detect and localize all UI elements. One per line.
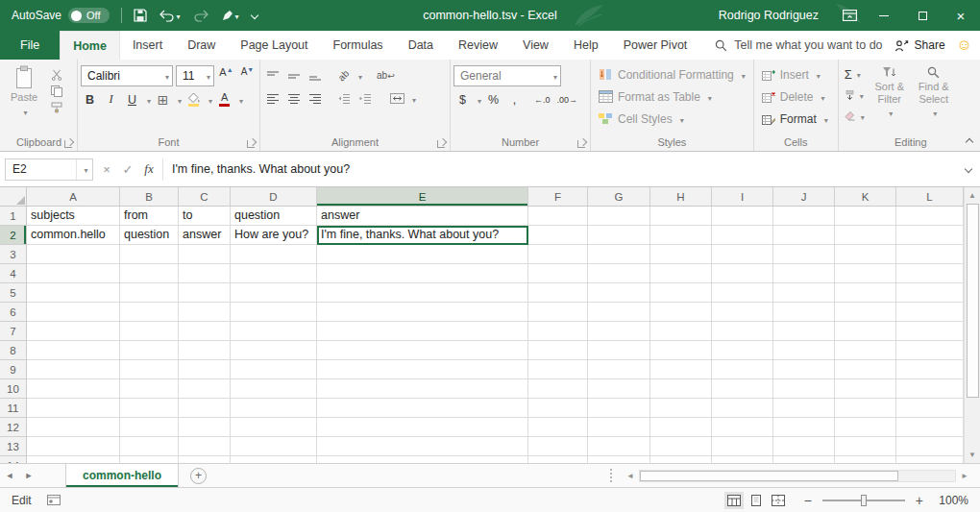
- currency-format-icon[interactable]: $: [453, 89, 472, 110]
- cell-I2[interactable]: [712, 226, 773, 245]
- font-name-select[interactable]: Calibri: [81, 65, 173, 86]
- cell-K9[interactable]: [835, 360, 896, 379]
- horizontal-scrollbar[interactable]: ◄ ►: [610, 464, 980, 487]
- save-icon[interactable]: [134, 9, 147, 22]
- sheet-tab-active[interactable]: common-hello: [65, 464, 179, 487]
- ribbon-display-options-icon[interactable]: [834, 10, 865, 21]
- cell-L4[interactable]: [896, 264, 964, 283]
- cell-C5[interactable]: [179, 283, 231, 303]
- cell-K5[interactable]: [835, 283, 896, 303]
- row-header-8[interactable]: 8: [0, 341, 27, 360]
- font-dialog-launcher-icon[interactable]: [247, 140, 255, 148]
- name-box[interactable]: E2: [5, 158, 93, 181]
- cell-D3[interactable]: [231, 245, 317, 264]
- tab-data[interactable]: Data: [396, 31, 446, 60]
- cell-G7[interactable]: [588, 322, 650, 341]
- cell-G14[interactable]: [588, 456, 650, 463]
- cell-G6[interactable]: [588, 303, 650, 322]
- cell-A4[interactable]: [27, 264, 120, 283]
- scroll-up-icon[interactable]: ▲: [968, 189, 976, 202]
- cell-J11[interactable]: [773, 399, 835, 418]
- customize-qat-chevron-icon[interactable]: [252, 12, 257, 18]
- cell-D9[interactable]: [231, 360, 317, 379]
- fill-color-dropdown-icon[interactable]: [206, 93, 212, 107]
- cell-L5[interactable]: [896, 283, 964, 303]
- formula-bar-expand-icon[interactable]: [959, 166, 978, 172]
- paste-dropdown-icon[interactable]: [20, 105, 27, 118]
- decrease-font-size-icon[interactable]: A▼: [238, 66, 257, 86]
- increase-decimal-icon[interactable]: ←.0: [532, 89, 552, 110]
- cell-D14[interactable]: [231, 456, 317, 463]
- tab-help[interactable]: Help: [561, 31, 611, 60]
- cell-D8[interactable]: [231, 341, 317, 360]
- cell-G9[interactable]: [588, 360, 650, 379]
- cell-D13[interactable]: [231, 437, 317, 456]
- cell-C4[interactable]: [179, 264, 231, 283]
- cell-G10[interactable]: [588, 379, 650, 399]
- cell-K12[interactable]: [835, 418, 896, 437]
- cell-F3[interactable]: [528, 245, 588, 264]
- tab-page-layout[interactable]: Page Layout: [228, 31, 320, 60]
- decrease-decimal-icon[interactable]: .00→: [555, 89, 580, 110]
- cell-C8[interactable]: [179, 341, 231, 360]
- cell-G2[interactable]: [588, 226, 650, 245]
- find-select-button[interactable]: Find & Select: [912, 62, 956, 135]
- cell-E9[interactable]: [317, 360, 528, 379]
- cell-L14[interactable]: [896, 456, 964, 463]
- cell-K11[interactable]: [835, 399, 896, 418]
- column-header-K[interactable]: K: [835, 187, 896, 207]
- cell-K14[interactable]: [835, 456, 896, 463]
- number-format-select[interactable]: General: [453, 65, 561, 86]
- format-cells-button[interactable]: Format: [757, 108, 835, 130]
- cell-C3[interactable]: [179, 245, 231, 264]
- cell-C13[interactable]: [179, 437, 231, 456]
- cell-H7[interactable]: [650, 322, 712, 341]
- row-header-9[interactable]: 9: [0, 360, 27, 379]
- cell-J1[interactable]: [773, 207, 835, 226]
- minimize-button[interactable]: [865, 0, 903, 31]
- cell-B9[interactable]: [120, 360, 179, 379]
- align-bottom-icon[interactable]: [306, 65, 324, 85]
- cell-H6[interactable]: [650, 303, 712, 322]
- cell-H11[interactable]: [650, 399, 712, 418]
- cell-F4[interactable]: [528, 264, 588, 283]
- cell-E4[interactable]: [317, 264, 528, 283]
- cell-J8[interactable]: [773, 341, 835, 360]
- cell-A5[interactable]: [27, 283, 120, 303]
- cell-K3[interactable]: [835, 245, 896, 264]
- scroll-right-icon[interactable]: ►: [957, 472, 972, 480]
- zoom-slider[interactable]: [822, 500, 905, 501]
- cell-H4[interactable]: [650, 264, 712, 283]
- format-painter-icon[interactable]: [51, 102, 62, 113]
- normal-view-icon[interactable]: [724, 492, 744, 509]
- format-as-table-button[interactable]: Format as Table: [594, 85, 750, 108]
- italic-button[interactable]: I: [102, 89, 120, 110]
- cell-I9[interactable]: [712, 360, 773, 379]
- share-button[interactable]: Share: [883, 31, 957, 60]
- cell-C14[interactable]: [179, 456, 231, 463]
- cell-H9[interactable]: [650, 360, 712, 379]
- cell-I7[interactable]: [712, 322, 773, 341]
- cell-C10[interactable]: [179, 379, 231, 399]
- cell-F1[interactable]: [528, 207, 588, 226]
- cell-G5[interactable]: [588, 283, 650, 303]
- increase-font-size-icon[interactable]: A▲: [217, 66, 235, 86]
- cell-A12[interactable]: [27, 418, 120, 437]
- cell-I14[interactable]: [712, 456, 773, 463]
- increase-indent-icon[interactable]: [355, 88, 374, 109]
- wrap-text-icon[interactable]: ab↩: [375, 65, 397, 85]
- cancel-entry-icon[interactable]: ×: [96, 162, 117, 177]
- cell-G11[interactable]: [588, 399, 650, 418]
- align-top-icon[interactable]: [263, 65, 282, 85]
- row-header-5[interactable]: 5: [0, 283, 27, 303]
- cell-B12[interactable]: [120, 418, 179, 437]
- cell-K6[interactable]: [835, 303, 896, 322]
- undo-icon[interactable]: [159, 9, 181, 22]
- cell-B8[interactable]: [120, 341, 179, 360]
- cell-D1[interactable]: question: [231, 207, 317, 226]
- cell-A1[interactable]: subjects: [27, 207, 120, 226]
- row-header-2[interactable]: 2: [0, 226, 27, 245]
- autosave-toggle[interactable]: AutoSave Off: [12, 8, 110, 23]
- draw-tool-icon[interactable]: [221, 9, 239, 22]
- cell-E14[interactable]: [317, 456, 528, 463]
